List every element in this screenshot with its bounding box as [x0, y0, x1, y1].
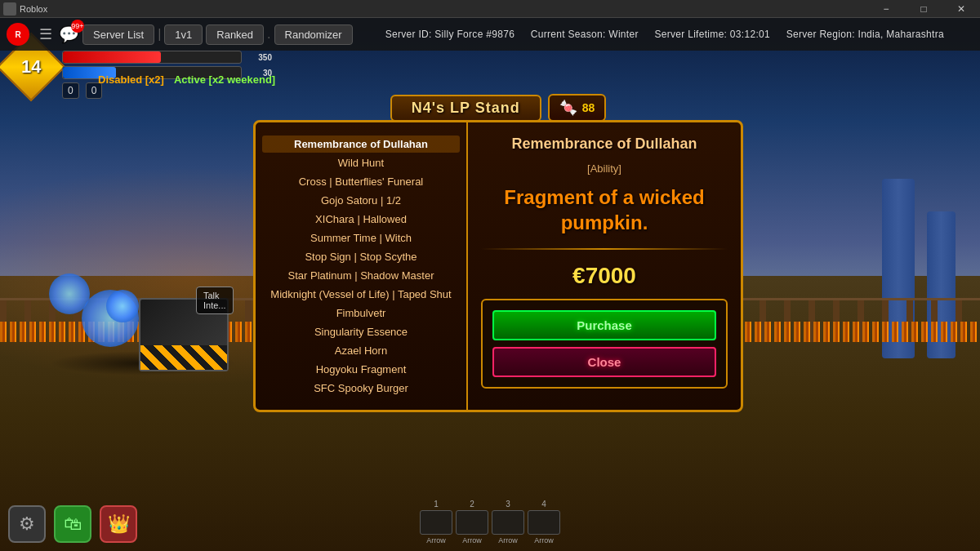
bottom-icons: ⚙ 🛍 👑 — [8, 505, 137, 543]
hp-bar-fill — [63, 51, 161, 63]
titlebar: Roblox − □ ✕ — [0, 0, 980, 18]
interact-hint: Talk Inte... — [196, 287, 234, 314]
lifetime-label: Server Lifetime: 03:12:01 — [654, 29, 770, 40]
shop-body: Remembrance of Dullahan Wild Hunt Cross … — [253, 120, 743, 412]
shop-button[interactable]: 🛍 — [54, 505, 91, 543]
purchase-button[interactable]: Purchase — [492, 310, 716, 340]
shop-title: N4's LP Stand — [390, 95, 541, 122]
disabled-label: Disabled [x2] — [98, 73, 164, 86]
server-list-button[interactable]: Server List — [82, 24, 154, 45]
region-label: Server Region: India, Maharashtra — [786, 29, 944, 40]
nav-separator-2: . — [267, 27, 270, 42]
shop-item-0[interactable]: Remembrance of Dullahan — [262, 136, 460, 153]
currency-box: 🍬 88 — [548, 94, 607, 122]
navbar: R ☰ 💬 99+ Server List | 1v1 Ranked . Ran… — [0, 18, 980, 51]
shop-detail-panel: Remembrance of Dullahan [Ability] Fragme… — [468, 122, 741, 410]
hotbar-slot-4: 4 Arrow — [528, 500, 560, 544]
randomizer-button[interactable]: Randomizer — [274, 24, 353, 45]
ability-text: Fragment of a wicked pumpkin. — [481, 184, 728, 235]
score-1: 0 — [62, 82, 79, 99]
hud-status: Disabled [x2] Active [x2 weekend] — [98, 73, 275, 86]
shop-item-12[interactable]: Hogyoku Fragment — [262, 361, 460, 378]
active-label: Active [x2 weekend] — [174, 73, 275, 86]
window-controls: − □ ✕ — [867, 0, 980, 18]
shop-item-1[interactable]: Wild Hunt — [262, 154, 460, 171]
shop-item-6[interactable]: Stop Sign | Stop Scythe — [262, 248, 460, 265]
hp-value: 350 — [258, 53, 272, 62]
nav-separator-1: | — [158, 27, 161, 42]
shop-item-9[interactable]: Fimbulvetr — [262, 304, 460, 322]
shop-panel: N4's LP Stand 🍬 88 Remembrance of Dullah… — [253, 94, 743, 412]
settings-button[interactable]: ⚙ — [8, 505, 46, 543]
item-name: Remembrance of Dullahan — [481, 136, 728, 153]
shop-item-11[interactable]: Azael Horn — [262, 342, 460, 359]
shop-item-13[interactable]: SFC Spooky Burger — [262, 380, 460, 397]
candy-icon: 🍬 — [559, 99, 577, 117]
hp-bar: 350 — [62, 51, 243, 64]
close-shop-button[interactable]: Close — [492, 347, 716, 377]
server-info: Server ID: Silly Force #9876 Current Sea… — [356, 29, 973, 40]
level-number: 14 — [21, 56, 41, 78]
hotbar: 1 Arrow 2 Arrow 3 Arrow 4 Arrow — [420, 500, 560, 544]
shop-buttons-panel: Purchase Close — [481, 299, 728, 389]
shop-item-8[interactable]: Midknight (Vessel of Life) | Taped Shut — [262, 286, 460, 303]
currency-amount: 88 — [582, 101, 595, 114]
hotbar-slot-2: 2 Arrow — [456, 500, 488, 544]
roblox-logo: R — [7, 23, 29, 46]
crest-button[interactable]: 👑 — [100, 505, 137, 543]
shop-item-4[interactable]: XIChara | Hallowed — [262, 211, 460, 228]
shop-list-panel: Remembrance of Dullahan Wild Hunt Cross … — [256, 122, 468, 410]
shop-item-10[interactable]: Singularity Essence — [262, 323, 460, 340]
ranked-button[interactable]: Ranked — [206, 24, 264, 45]
hamburger-menu[interactable]: ☰ — [36, 22, 56, 47]
hotbar-slot-3: 3 Arrow — [492, 500, 524, 544]
detail-divider — [481, 248, 728, 250]
window-title: Roblox — [20, 4, 867, 14]
shop-title-banner: N4's LP Stand 🍬 88 — [253, 94, 743, 122]
shop-item-3[interactable]: Gojo Satoru | 1/2 — [262, 192, 460, 209]
server-id: Server ID: Silly Force #9876 — [385, 29, 514, 40]
season-label: Current Season: Winter — [531, 29, 639, 40]
shop-item-2[interactable]: Cross | Butterflies' Funeral — [262, 173, 460, 190]
blue-orb-3 — [106, 290, 139, 322]
pvp-button[interactable]: 1v1 — [164, 24, 203, 45]
notifications-badge[interactable]: 💬 99+ — [59, 24, 79, 44]
minimize-button[interactable]: − — [867, 0, 905, 18]
blue-orb-2 — [49, 273, 90, 314]
app-icon — [3, 2, 16, 16]
ability-tag: [Ability] — [481, 162, 728, 175]
shop-item-5[interactable]: Summer Time | Witch — [262, 229, 460, 247]
hotbar-slot-1: 1 Arrow — [420, 500, 452, 544]
restore-button[interactable]: □ — [905, 0, 942, 18]
item-price: €7000 — [481, 263, 728, 289]
shop-item-7[interactable]: Star Platinum | Shadow Master — [262, 267, 460, 284]
close-button[interactable]: ✕ — [942, 0, 980, 18]
